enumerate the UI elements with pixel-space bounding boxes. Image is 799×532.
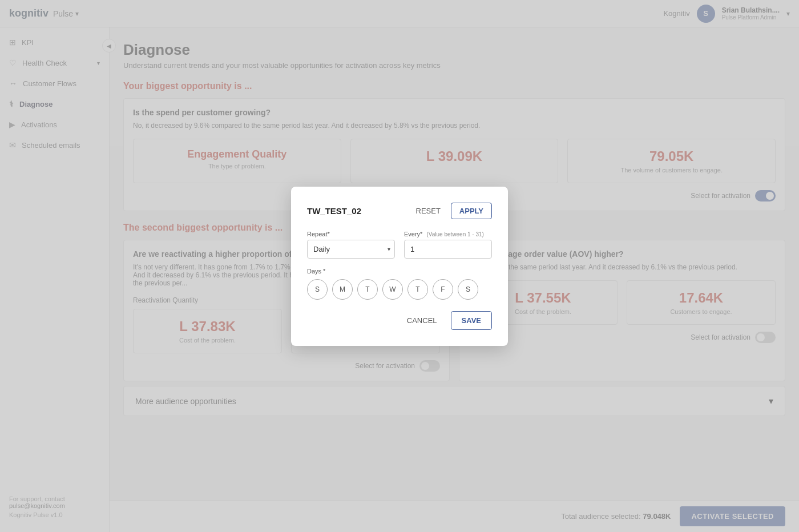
- day-monday[interactable]: M: [332, 279, 353, 300]
- reset-button[interactable]: RESET: [410, 203, 446, 219]
- day-saturday[interactable]: S: [458, 279, 478, 300]
- modal-footer: CANCEL SAVE: [307, 311, 492, 330]
- every-label: Every* (Value between 1 - 31): [404, 231, 492, 237]
- day-sunday[interactable]: S: [307, 279, 328, 300]
- days-circles: S M T W T F S: [307, 279, 492, 300]
- every-input[interactable]: [404, 240, 492, 259]
- schedule-modal: TW_TEST_02 RESET APPLY Repeat* Daily Wee…: [291, 187, 508, 346]
- every-hint: (Value between 1 - 31): [426, 231, 483, 237]
- repeat-select-wrapper: Daily Weekly Monthly ▾: [307, 240, 395, 259]
- day-friday[interactable]: F: [433, 279, 453, 300]
- save-button[interactable]: SAVE: [451, 311, 492, 330]
- modal-overlay: TW_TEST_02 RESET APPLY Repeat* Daily Wee…: [0, 0, 799, 532]
- cancel-button[interactable]: CANCEL: [399, 311, 445, 330]
- days-field: Days * S M T W T F S: [307, 268, 492, 300]
- day-thursday[interactable]: T: [407, 279, 428, 300]
- repeat-select[interactable]: Daily Weekly Monthly: [307, 240, 395, 259]
- modal-header: TW_TEST_02 RESET APPLY: [307, 203, 492, 219]
- modal-header-actions: RESET APPLY: [410, 203, 493, 219]
- every-field: Every* (Value between 1 - 31): [404, 231, 492, 259]
- day-wednesday[interactable]: W: [382, 279, 403, 300]
- apply-button[interactable]: APPLY: [451, 203, 492, 219]
- repeat-field: Repeat* Daily Weekly Monthly ▾: [307, 231, 395, 259]
- modal-repeat-row: Repeat* Daily Weekly Monthly ▾ Every* (V…: [307, 231, 492, 259]
- modal-title: TW_TEST_02: [307, 206, 361, 216]
- repeat-label: Repeat*: [307, 231, 395, 237]
- days-label: Days *: [307, 268, 492, 275]
- day-tuesday[interactable]: T: [357, 279, 378, 300]
